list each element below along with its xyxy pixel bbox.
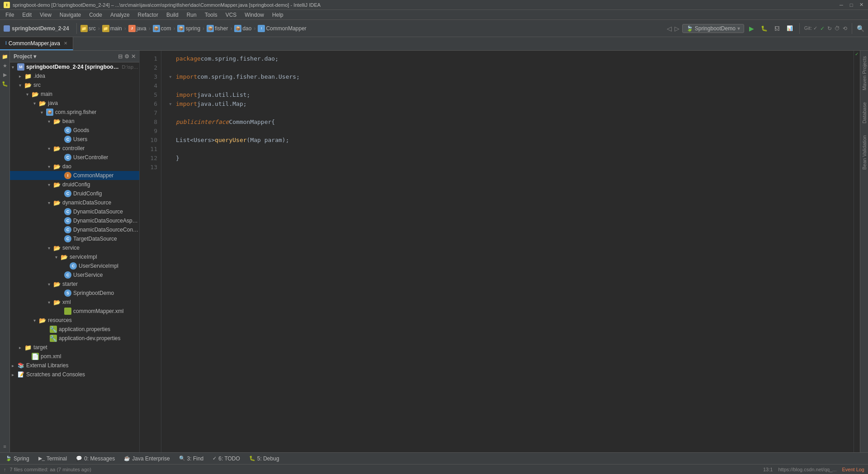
- todo-tab[interactable]: ✓ 6: TODO: [211, 455, 242, 462]
- git-revert-icon[interactable]: ⟲: [843, 25, 847, 32]
- spring-tab[interactable]: 🍃 Spring: [4, 455, 31, 462]
- tree-resources[interactable]: ▾ 📂 resources: [10, 316, 139, 325]
- fold-9: [169, 127, 176, 136]
- code-editor[interactable]: package com.spring.fisher.dao; ▾ import …: [161, 51, 854, 452]
- minimize-button[interactable]: ─: [838, 2, 844, 8]
- settings-icon[interactable]: ⚙: [124, 53, 129, 60]
- debug-tab[interactable]: 🐛 5: Debug: [247, 455, 281, 462]
- restore-button[interactable]: □: [848, 2, 854, 8]
- tree-root[interactable]: ▾ M springbootDemo_2-24 [springboot-demo…: [10, 62, 139, 71]
- bean-validation-tab[interactable]: Bean Validation: [861, 132, 868, 173]
- tree-src[interactable]: ▾ 📂 src: [10, 81, 139, 90]
- tree-serviceimpl[interactable]: ▾ 📂 serviceImpl: [10, 252, 139, 261]
- run-tool-icon[interactable]: ▶: [1, 71, 9, 79]
- messages-tab[interactable]: 💬 0: Messages: [74, 455, 117, 462]
- tree-appprops[interactable]: 🔧 application.properties: [10, 325, 139, 334]
- tree-pomxml[interactable]: 📄 pom.xml: [10, 352, 139, 361]
- tree-main[interactable]: ▾ 📂 main: [10, 90, 139, 99]
- debug-tool-icon[interactable]: 🐛: [1, 80, 9, 88]
- tree-commonmapperxml[interactable]: 🗎 commomMapper.xml: [10, 307, 139, 316]
- menu-item-run[interactable]: Run: [183, 11, 200, 19]
- tree-dynamicdatasourceaspect[interactable]: C DynamicDataSourceAspect: [10, 216, 139, 225]
- tab-commonmapper[interactable]: I CommonMapper.java ✕: [0, 37, 73, 50]
- java-enterprise-tab[interactable]: ☕ Java Enterprise: [122, 455, 171, 462]
- close-button[interactable]: ✕: [858, 2, 864, 8]
- profile-button[interactable]: 📊: [785, 24, 795, 33]
- menu-item-analyze[interactable]: Analyze: [107, 11, 133, 19]
- run-config-selector[interactable]: 🍃 SpringbootDemo ▾: [682, 24, 744, 33]
- git-history-icon[interactable]: ⏱: [835, 25, 840, 32]
- menu-item-window[interactable]: Window: [241, 11, 268, 19]
- project-tool-icon[interactable]: 📁: [1, 52, 9, 61]
- menu-item-edit[interactable]: Edit: [19, 11, 35, 19]
- encoding-link[interactable]: https://blog.csdn.net/qq_...: [778, 467, 836, 472]
- tree-service[interactable]: ▾ 📂 service: [10, 243, 139, 252]
- menu-item-file[interactable]: File: [2, 11, 18, 19]
- tree-userservice[interactable]: C UserService: [10, 270, 139, 280]
- tree-goods[interactable]: C Goods: [10, 126, 139, 135]
- tree-dao[interactable]: ▾ 📂 dao: [10, 162, 139, 171]
- menu-item-tools[interactable]: Tools: [201, 11, 221, 19]
- menu-item-code[interactable]: Code: [85, 11, 106, 19]
- breadcrumb-java[interactable]: J java: [128, 25, 146, 32]
- tree-springbootdemo[interactable]: S SpringbootDemo: [10, 289, 139, 298]
- scratches-icon: 📝: [17, 371, 24, 378]
- nav-back-icon[interactable]: ◁: [667, 25, 672, 32]
- breadcrumb-commonmapper[interactable]: I CommonMapper: [258, 25, 306, 32]
- tree-commonmapper[interactable]: I CommonMapper: [10, 171, 139, 180]
- tree-extlibs[interactable]: ▸ 📚 External Libraries: [10, 361, 139, 370]
- tree-scratches[interactable]: ▸ 📝 Scratches and Consoles: [10, 370, 139, 379]
- menu-item-vcs[interactable]: VCS: [222, 11, 241, 19]
- tree-com-spring-fisher[interactable]: ▾ 📦 com.spring.fisher: [10, 108, 139, 117]
- tree-dynamicdatasourceclass[interactable]: C DynamicDataSource: [10, 207, 139, 216]
- breadcrumb-spring[interactable]: 📦 spring: [177, 25, 200, 32]
- favorites-icon[interactable]: ★: [1, 62, 9, 70]
- breadcrumb-fisher[interactable]: 📦 fisher: [207, 25, 228, 32]
- tree-userserviceimpl[interactable]: C UserServiceImpl: [10, 261, 139, 270]
- maven-projects-tab[interactable]: Maven Projects: [861, 52, 868, 94]
- search-everywhere-icon[interactable]: 🔍: [857, 25, 864, 32]
- tree-bean[interactable]: ▾ 📂 bean: [10, 117, 139, 126]
- run-button[interactable]: ▶: [747, 24, 757, 33]
- title-bar: I springboot-demo [D:\springbootDemo_2-2…: [0, 0, 868, 10]
- terminal-tab[interactable]: ▶_ Terminal: [37, 455, 69, 462]
- menu-item-help[interactable]: Help: [269, 11, 287, 19]
- git-sync-icon[interactable]: ↻: [827, 25, 832, 32]
- nav-forward-icon[interactable]: ▷: [675, 25, 679, 32]
- tree-druidconfigclass[interactable]: C DruidConfig: [10, 189, 139, 198]
- tree-starter[interactable]: ▾ 📂 starter: [10, 280, 139, 289]
- structure-tool-icon[interactable]: ≡: [1, 442, 9, 450]
- collapse-all-icon[interactable]: ⊟: [118, 53, 123, 60]
- tab-close-button[interactable]: ✕: [64, 41, 67, 46]
- tree-idea[interactable]: ▸ 📁 .idea: [10, 71, 139, 81]
- close-panel-icon[interactable]: ✕: [131, 53, 136, 60]
- tree-target[interactable]: ▸ 📁 target: [10, 343, 139, 352]
- tree-java[interactable]: ▾ 📂 java: [10, 99, 139, 108]
- menu-item-view[interactable]: View: [36, 11, 55, 19]
- tree-targetdatasource[interactable]: C TargetDataSource: [10, 234, 139, 243]
- commonmapperxml-label: commomMapper.xml: [73, 308, 123, 314]
- expand-arrow: ▾: [48, 182, 53, 187]
- breadcrumb-src[interactable]: 📁 src: [80, 25, 96, 32]
- breadcrumb-main[interactable]: 📁 main: [102, 25, 122, 32]
- tree-dynamicdatasourcecontextholder[interactable]: C DynamicDataSourceContextHolder: [10, 225, 139, 234]
- breadcrumb-com[interactable]: 📦 com: [153, 25, 171, 32]
- menu-item-refactor[interactable]: Refactor: [134, 11, 162, 19]
- tree-dynamicdatasource[interactable]: ▾ 📂 dynamicDataSource: [10, 198, 139, 207]
- database-tab[interactable]: Database: [861, 99, 868, 127]
- find-tab[interactable]: 🔍 3: Find: [177, 455, 206, 462]
- tree-controller[interactable]: ▾ 📂 controller: [10, 144, 139, 153]
- tree-usercontroller[interactable]: C UserController: [10, 153, 139, 162]
- tree-xml[interactable]: ▾ 📂 xml: [10, 298, 139, 307]
- menu-item-navigate[interactable]: Navigate: [56, 11, 85, 19]
- coverage-button[interactable]: ⛾: [772, 24, 782, 33]
- menu-item-build[interactable]: Build: [163, 11, 182, 19]
- debug-button[interactable]: 🐛: [760, 24, 769, 33]
- tree-druidconfig[interactable]: ▾ 📂 druidConfig: [10, 180, 139, 189]
- tree-appdevprops[interactable]: 🔧 application-dev.properties: [10, 334, 139, 343]
- event-log[interactable]: Event Log: [842, 467, 864, 472]
- breadcrumb-dao[interactable]: 📦 dao: [234, 25, 251, 32]
- tree-users[interactable]: C Users: [10, 135, 139, 144]
- spring-icon: 🍃: [686, 25, 693, 32]
- project-selector[interactable]: springbootDemo_2-24: [4, 25, 69, 32]
